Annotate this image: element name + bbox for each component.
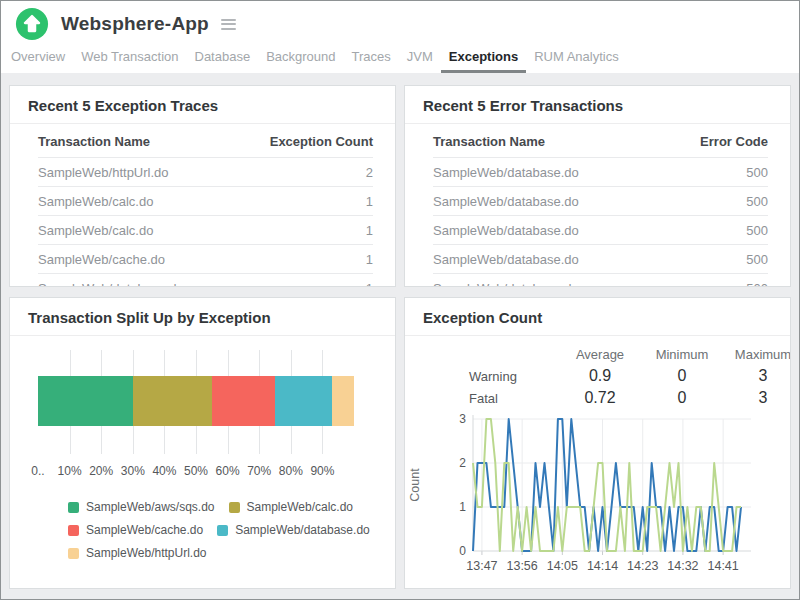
legend-item-sampleweb-httpurl-do[interactable]: SampleWeb/httpUrl.do — [68, 546, 207, 560]
tab-traces[interactable]: Traces — [344, 47, 399, 73]
legend-item-warning[interactable]: Warning — [534, 587, 598, 589]
column-header: Transaction Name — [38, 134, 150, 149]
stats-value: 3 — [720, 365, 791, 387]
table-header-row: Transaction NameException Count — [38, 126, 373, 158]
x-tick-label: 14:05 — [547, 559, 578, 573]
table-header-row: Transaction NameError Code — [433, 126, 768, 158]
panel-exception-count: Exception Count AverageMinimumMaximumWar… — [404, 297, 791, 589]
stats-corner-cell — [469, 350, 556, 358]
tab-background[interactable]: Background — [258, 47, 343, 73]
table-row[interactable]: SampleWeb/database.do500 — [433, 187, 768, 216]
app-status-icon — [15, 7, 49, 41]
legend-item-sampleweb-calc-do[interactable]: SampleWeb/calc.do — [229, 500, 354, 514]
row-transaction-name: SampleWeb/database.do — [433, 165, 579, 180]
page-title: Websphere-App — [61, 13, 209, 35]
bar-segment-sampleweb-aws-sqs-do[interactable] — [38, 376, 133, 426]
legend-item-sampleweb-aws-sqs-do[interactable]: SampleWeb/aws/sqs.do — [68, 500, 215, 514]
row-transaction-name: SampleWeb/database.do — [38, 281, 184, 288]
app-header: Websphere-App — [1, 1, 799, 47]
legend-label: SampleWeb/database.do — [235, 523, 370, 537]
x-tick-label: 30% — [121, 464, 145, 478]
row-value: 500 — [746, 281, 768, 288]
x-tick-label: 50% — [184, 464, 208, 478]
exception-count-line-chart: 13:4713:5614:0514:1414:2314:3214:410123C… — [405, 411, 791, 583]
y-axis-title: Count — [408, 468, 422, 502]
legend-swatch — [217, 525, 228, 536]
x-tick-label: 13:56 — [506, 559, 537, 573]
tab-overview[interactable]: Overview — [3, 47, 73, 73]
row-value: 500 — [746, 252, 768, 267]
x-tick-label: 14:14 — [587, 559, 618, 573]
table-row[interactable]: SampleWeb/database.do500 — [433, 274, 768, 287]
line-chart-container: 13:4713:5614:0514:1414:2314:3214:410123C… — [405, 411, 790, 587]
table-row[interactable]: SampleWeb/database.do500 — [433, 216, 768, 245]
row-transaction-name: SampleWeb/httpUrl.do — [38, 165, 169, 180]
x-tick-label: 0.. — [31, 464, 44, 478]
x-tick-label: 14:32 — [667, 559, 698, 573]
row-value: 1 — [366, 252, 373, 267]
tab-exceptions[interactable]: Exceptions — [441, 47, 526, 73]
stats-column-header: Average — [556, 342, 644, 365]
x-tick-label: 80% — [279, 464, 303, 478]
x-tick-label: 13:47 — [466, 559, 497, 573]
stacked-bar-plot — [38, 350, 354, 454]
legend-item-sampleweb-cache-do[interactable]: SampleWeb/cache.do — [68, 523, 203, 537]
stats-value: 0.9 — [556, 365, 644, 387]
row-transaction-name: SampleWeb/database.do — [433, 281, 579, 288]
table-row[interactable]: SampleWeb/database.do1 — [38, 274, 373, 287]
bar-segment-sampleweb-cache-do[interactable] — [212, 376, 275, 426]
y-tick-label: 1 — [459, 500, 466, 514]
tab-rum-analytics[interactable]: RUM Analytics — [526, 47, 627, 73]
x-tick-label: 70% — [247, 464, 271, 478]
table-row[interactable]: SampleWeb/database.do500 — [433, 245, 768, 274]
tab-database[interactable]: Database — [187, 47, 259, 73]
table-row[interactable]: SampleWeb/database.do500 — [433, 158, 768, 187]
stacked-bar-axis-labels: 0..10%20%30%40%50%60%70%80%90% — [38, 464, 354, 484]
y-tick-label: 0 — [459, 544, 466, 558]
panel-recent-exception-traces: Recent 5 Exception Traces Transaction Na… — [9, 85, 396, 287]
legend-label: SampleWeb/httpUrl.do — [86, 546, 207, 560]
error-transactions-table: Transaction NameError CodeSampleWeb/data… — [433, 126, 768, 287]
x-tick-label: 10% — [58, 464, 82, 478]
menu-icon[interactable] — [221, 19, 236, 30]
legend-item-fatal[interactable]: Fatal — [616, 587, 662, 589]
stats-value: 0 — [644, 365, 720, 387]
table-row[interactable]: SampleWeb/cache.do1 — [38, 245, 373, 274]
row-value: 500 — [746, 194, 768, 209]
column-header: Exception Count — [270, 134, 373, 149]
row-value: 500 — [746, 165, 768, 180]
bar-segment-sampleweb-database-do[interactable] — [275, 376, 332, 426]
series-line-warning — [473, 419, 741, 551]
stats-value: 0.72 — [556, 387, 644, 409]
legend-label: Warning — [552, 587, 598, 589]
row-value: 1 — [366, 223, 373, 238]
x-tick-label: 40% — [152, 464, 176, 478]
x-tick-label: 90% — [310, 464, 334, 478]
row-transaction-name: SampleWeb/database.do — [433, 194, 579, 209]
panel-transaction-split: Transaction Split Up by Exception 0..10%… — [9, 297, 396, 589]
tab-bar: OverviewWeb TransactionDatabaseBackgroun… — [1, 47, 799, 73]
row-transaction-name: SampleWeb/calc.do — [38, 194, 153, 209]
tab-jvm[interactable]: JVM — [399, 47, 441, 73]
legend-label: SampleWeb/aws/sqs.do — [86, 500, 215, 514]
bar-segment-sampleweb-httpurl-do[interactable] — [332, 376, 354, 426]
stats-value: 3 — [720, 387, 791, 409]
row-value: 1 — [366, 281, 373, 288]
panel-title: Recent 5 Exception Traces — [10, 86, 395, 124]
table-row[interactable]: SampleWeb/httpUrl.do2 — [38, 158, 373, 187]
exception-traces-table: Transaction NameException CountSampleWeb… — [38, 126, 373, 287]
legend-item-sampleweb-database-do[interactable]: SampleWeb/database.do — [217, 523, 370, 537]
tab-web-transaction[interactable]: Web Transaction — [73, 47, 186, 73]
panel-title: Transaction Split Up by Exception — [10, 298, 395, 336]
bar-segment-sampleweb-calc-do[interactable] — [133, 376, 212, 426]
table-row[interactable]: SampleWeb/calc.do1 — [38, 187, 373, 216]
y-tick-label: 2 — [459, 456, 466, 470]
series-line-fatal — [473, 419, 741, 551]
dashboard-grid: Recent 5 Exception Traces Transaction Na… — [1, 73, 799, 599]
legend-swatch — [68, 548, 79, 559]
legend-label: SampleWeb/cache.do — [86, 523, 203, 537]
table-row[interactable]: SampleWeb/calc.do1 — [38, 216, 373, 245]
row-transaction-name: SampleWeb/cache.do — [38, 252, 165, 267]
column-header: Transaction Name — [433, 134, 545, 149]
row-value: 500 — [746, 223, 768, 238]
